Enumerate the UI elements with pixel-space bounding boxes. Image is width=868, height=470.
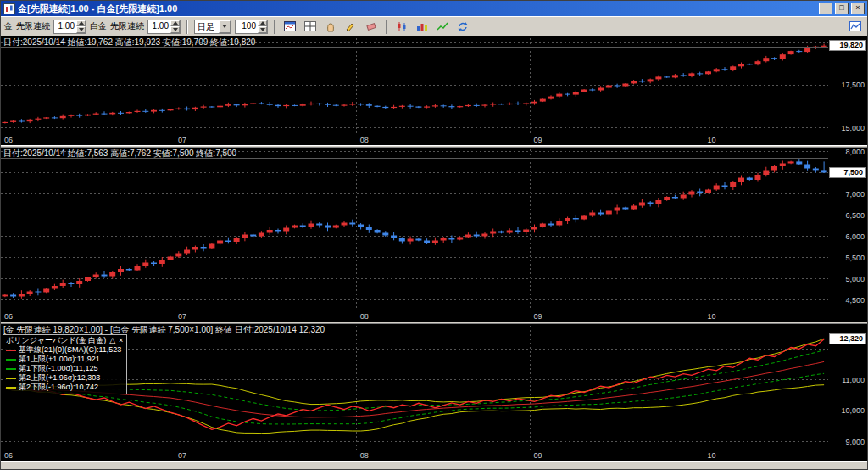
svg-text:10: 10 xyxy=(708,136,716,144)
legend-row: 基準線(21)(0)(SMA)(C):11,523 xyxy=(6,345,123,355)
gold-candlestick-chart[interactable]: 0607080910 xyxy=(1,36,828,145)
legend-marker xyxy=(6,387,16,389)
y-axis-label: 7,000 xyxy=(845,190,865,199)
crosshair-icon xyxy=(304,21,316,31)
instrument2-label: 白金 xyxy=(90,20,107,32)
close-button[interactable]: × xyxy=(851,3,865,14)
spinner-arrows[interactable] xyxy=(76,20,86,33)
spin-down-button[interactable] xyxy=(170,26,180,33)
legend-marker xyxy=(6,368,16,370)
bar-count-spinner[interactable]: 100 xyxy=(235,20,268,34)
candlestick-chart-button[interactable] xyxy=(393,19,410,35)
legend-row: 第2下限(-1.96σ):10,742 xyxy=(6,383,123,392)
last-price-box: 12,320 xyxy=(829,333,866,344)
instrument1-multiplier-value[interactable]: 1.00 xyxy=(54,20,76,33)
gold-chart-panel: 0607080910 日付:2025/10/14 始値:19,762 高値:19… xyxy=(1,36,867,145)
spin-down-button[interactable] xyxy=(76,26,86,33)
y-axis-label: 11,000 xyxy=(842,376,865,384)
instrument1-series-label: 先限連続 xyxy=(16,20,50,32)
refresh-button[interactable] xyxy=(454,19,471,35)
platinum-ohlc-info: 日付:2025/10/14 始値:7,563 高値:7,762 安値:7,500… xyxy=(3,148,236,159)
legend-label: 第1下限(-1.00σ):11,125 xyxy=(19,364,97,373)
period-select[interactable]: 日足 xyxy=(194,20,231,34)
window-title: 金[先限連続]1.00 - 白金[先限連続]1.00 xyxy=(18,3,816,15)
svg-text:08: 08 xyxy=(360,451,369,460)
svg-text:09: 09 xyxy=(534,312,542,321)
line-chart-button[interactable] xyxy=(434,19,451,35)
svg-text:07: 07 xyxy=(178,451,186,460)
candlestick-chart-icon xyxy=(396,21,408,32)
instrument1-multiplier-spinner[interactable]: 1.00 xyxy=(53,20,86,34)
legend-row: 第2上限(+1.96σ):12,303 xyxy=(6,373,123,383)
combo-dropdown-icon[interactable] xyxy=(219,20,231,33)
gold-ohlc-info: 日付:2025/10/14 始値:19,762 高値:19,923 安値:19,… xyxy=(3,36,255,48)
legend-label: 第2下限(-1.96σ):10,742 xyxy=(19,383,98,392)
toolbar-separator xyxy=(386,20,387,34)
legend-marker xyxy=(6,350,16,351)
bar-chart-icon xyxy=(416,21,428,32)
eraser-button[interactable] xyxy=(363,19,380,35)
svg-text:10: 10 xyxy=(708,451,716,460)
spin-up-button[interactable] xyxy=(76,20,86,27)
legend-label: 基準線(21)(0)(SMA)(C):11,523 xyxy=(19,345,121,355)
maximize-button[interactable]: □ xyxy=(835,3,849,14)
period-value[interactable]: 日足 xyxy=(195,20,219,33)
y-axis-label: 9,000 xyxy=(845,438,865,446)
legend-label: 第2上限(+1.96σ):12,303 xyxy=(19,373,100,383)
toolbar-separator xyxy=(274,20,275,34)
line-chart-icon xyxy=(437,21,448,32)
spinner-arrows[interactable] xyxy=(170,20,180,33)
spinner-arrows[interactable] xyxy=(258,20,267,33)
spin-up-button[interactable] xyxy=(170,20,180,27)
legend-rows: 基準線(21)(0)(SMA)(C):11,523第1上限(+1.00σ):11… xyxy=(6,345,123,392)
chart-window-button[interactable] xyxy=(281,19,298,35)
spin-up-button[interactable] xyxy=(258,20,267,27)
spin-down-button[interactable] xyxy=(258,26,267,33)
y-axis-label: 17,500 xyxy=(841,81,865,89)
title-bar[interactable]: 金[先限連続]1.00 - 白金[先限連続]1.00 – □ × xyxy=(1,1,867,16)
bollinger-legend: ボリンジャーバンド(金 白金) △ × 基準線(21)(0)(SMA)(C):1… xyxy=(3,334,127,394)
instrument2-multiplier-value[interactable]: 1.00 xyxy=(148,20,170,33)
legend-title: ボリンジャーバンド(金 白金) xyxy=(6,336,106,345)
svg-text:09: 09 xyxy=(534,451,542,460)
chart-window-icon xyxy=(284,21,296,31)
pan-hand-icon xyxy=(325,21,337,32)
legend-marker xyxy=(6,378,16,379)
instrument2-series-label: 先限連続 xyxy=(110,20,144,32)
y-axis-label: 5,500 xyxy=(845,254,865,262)
minimize-button[interactable]: – xyxy=(819,3,832,14)
y-axis-label: 4,500 xyxy=(845,296,865,305)
instrument2-multiplier-spinner[interactable]: 1.00 xyxy=(147,20,181,34)
pan-hand-button[interactable] xyxy=(322,19,339,35)
y-axis-label: 5,000 xyxy=(845,275,865,283)
svg-text:07: 07 xyxy=(178,136,186,144)
svg-text:06: 06 xyxy=(4,136,13,144)
eraser-icon xyxy=(365,21,377,32)
last-price-box: 19,820 xyxy=(829,40,866,51)
y-axis-label: 6,500 xyxy=(845,211,865,220)
svg-text:06: 06 xyxy=(4,312,13,321)
platinum-price-axis[interactable]: 8,0007,5007,0006,5006,0005,5005,0004,500… xyxy=(828,148,867,322)
svg-text:08: 08 xyxy=(360,136,369,144)
pencil-icon xyxy=(345,21,357,32)
platinum-candlestick-chart[interactable]: 0607080910 xyxy=(1,148,828,322)
chart-settings-button[interactable] xyxy=(847,19,864,35)
gold-price-axis[interactable]: 20,00017,50015,00019,820 xyxy=(828,36,867,145)
y-axis-label: 6,000 xyxy=(845,232,865,241)
platinum-chart-panel: 0607080910 日付:2025/10/14 始値:7,563 高値:7,7… xyxy=(1,148,867,322)
legend-row: 第1下限(-1.00σ):11,125 xyxy=(6,364,123,373)
instrument1-label: 金 xyxy=(4,20,13,32)
y-axis-label: 15,000 xyxy=(841,124,865,132)
last-price-box: 7,500 xyxy=(829,167,866,178)
app-window: 金[先限連続]1.00 - 白金[先限連続]1.00 – □ × 金 先限連続 … xyxy=(0,0,868,470)
legend-collapse-button[interactable]: △ xyxy=(109,336,115,345)
chart-settings-icon xyxy=(849,21,861,31)
legend-close-button[interactable]: × xyxy=(119,336,123,345)
crosshair-button[interactable] xyxy=(302,19,319,35)
bar-count-value[interactable]: 100 xyxy=(236,20,258,33)
bar-chart-button[interactable] xyxy=(414,19,431,35)
spread-chart-panel: 0607080910 [金 先限連続 19,820×1.00] - [白金 先限… xyxy=(1,324,867,461)
toolbar: 金 先限連続 1.00 白金 先限連続 1.00 日足 100 xyxy=(1,16,867,36)
spread-price-axis[interactable]: 11,00010,0009,00012,320 xyxy=(828,324,867,461)
pencil-button[interactable] xyxy=(342,19,359,35)
